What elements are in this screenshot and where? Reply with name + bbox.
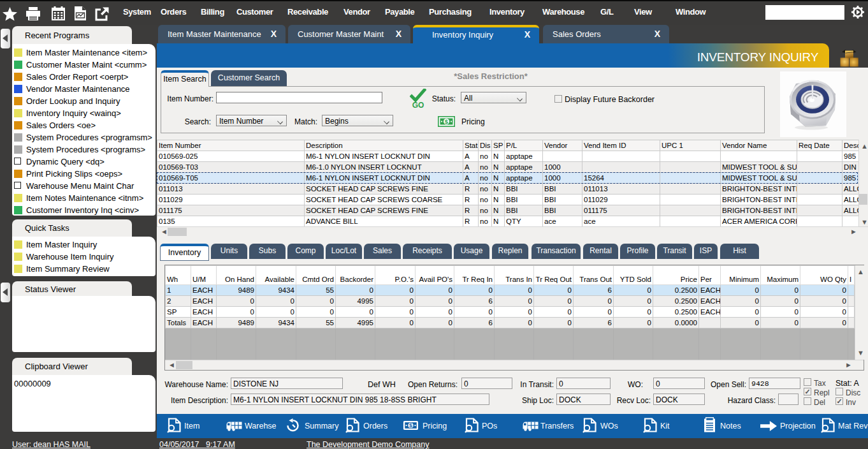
svg-text:$: $ [409,422,412,429]
svg-text:$: $ [445,118,449,125]
